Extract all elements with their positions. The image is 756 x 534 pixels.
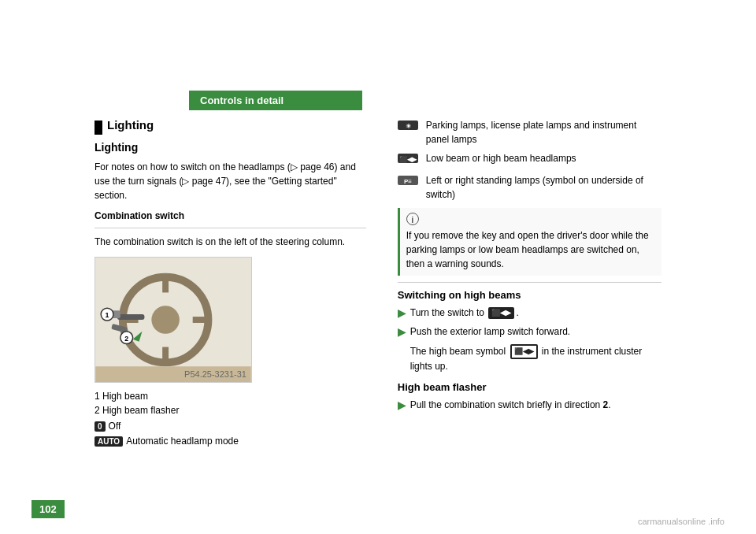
sym-icon-3: P≡ — [398, 174, 420, 191]
flasher-step: ▶ Pull the combination switch briefly in… — [398, 398, 662, 413]
caption-list: 1 High beam 2 High beam flasher — [94, 389, 366, 417]
sym-row-2: ⬛◀▶ Low beam or high beam headlamps — [398, 151, 662, 169]
left-column: Lighting Lighting For notes on how to sw… — [94, 110, 382, 534]
combination-switch-label: Combination switch — [94, 210, 366, 221]
watermark: carmanualsonline .info — [638, 517, 724, 526]
section-title-lighting: Lighting — [107, 118, 154, 132]
icon-row-auto: AUTO Automatic headlamp mode — [94, 436, 366, 447]
info-text: If you remove the key and open the drive… — [406, 230, 649, 269]
svg-rect-7 — [117, 314, 145, 320]
steering-wheel-image: 1 2 P54.25-3231-31 — [94, 257, 252, 383]
arrow-icon-2: ▶ — [398, 324, 406, 340]
step2-text: Push the exterior lamp switch forward. — [410, 324, 570, 339]
arrow-icon-3: ▶ — [398, 398, 406, 413]
svg-text:2: 2 — [124, 335, 128, 343]
high-beams-title: Switching on high beams — [398, 289, 662, 301]
sym-icon-1: ☀ — [398, 119, 420, 135]
page-container: Controls in detail Lighting Lighting For… — [0, 0, 756, 534]
step1-text: Turn the switch to ⬛◀▶. — [410, 306, 519, 320]
divider-right — [398, 282, 662, 283]
sym-text-2: Low beam or high beam headlamps — [426, 151, 576, 165]
svg-text:P≡: P≡ — [404, 178, 412, 185]
icon-badge-0: 0 — [94, 421, 106, 432]
flasher-step-text: Pull the combination switch briefly in d… — [410, 398, 611, 412]
flasher-title: High beam flasher — [398, 381, 662, 393]
intro-text: For notes on how to switch on the headla… — [94, 160, 366, 202]
lighting-header-row: Lighting — [94, 118, 366, 136]
svg-text:1: 1 — [106, 311, 109, 319]
flasher-direction: 2 — [603, 399, 609, 410]
icon-auto-text: Automatic headlamp mode — [126, 436, 239, 447]
icon-badge-auto: AUTO — [94, 436, 123, 447]
hb-symbol-inline: ⬛◀▶ — [488, 307, 514, 320]
symbol-section: ☀ Parking lamps, license plate lamps and… — [398, 118, 662, 202]
image-caption: P54.25-3231-31 — [184, 369, 246, 379]
black-marker — [94, 121, 102, 135]
header-label: Controls in detail — [200, 95, 284, 106]
info-icon: i — [406, 213, 419, 225]
svg-text:⬛◀▶: ⬛◀▶ — [399, 155, 417, 163]
sym-row-3: P≡ Left or right standing lamps (symbol … — [398, 173, 662, 202]
main-content: Lighting Lighting For notes on how to sw… — [0, 110, 756, 534]
caption-2: 2 High beam flasher — [94, 403, 366, 417]
high-beams-step2: ▶ Push the exterior lamp switch forward. — [398, 324, 662, 340]
sym-icon-2: ⬛◀▶ — [398, 152, 420, 169]
page-number: 102 — [32, 500, 65, 518]
step3-text: The high beam symbol ⬛◀▶ in the instrume… — [410, 344, 662, 374]
section-sub-lighting: Lighting — [94, 141, 366, 154]
arrow-icon-1: ▶ — [398, 306, 406, 321]
sym-text-1: Parking lamps, license plate lamps and i… — [426, 118, 662, 146]
combination-switch-desc: The combination switch is on the left of… — [94, 235, 366, 249]
icon-row-0: 0 Off — [94, 421, 366, 432]
info-box: i If you remove the key and open the dri… — [398, 208, 662, 276]
high-beams-step1: ▶ Turn the switch to ⬛◀▶. — [398, 306, 662, 321]
caption-1: 1 High beam — [94, 389, 366, 403]
sym-text-3: Left or right standing lamps (symbol on … — [426, 173, 662, 202]
hb-symbol-inline-2: ⬛◀▶ — [510, 344, 538, 360]
svg-point-6 — [151, 306, 180, 334]
divider — [94, 228, 366, 228]
sym-row-1: ☀ Parking lamps, license plate lamps and… — [398, 118, 662, 146]
header-bar: Controls in detail — [189, 91, 362, 110]
svg-text:☀: ☀ — [405, 123, 410, 130]
icon-0-text: Off — [109, 421, 121, 432]
right-column: ☀ Parking lamps, license plate lamps and… — [382, 110, 662, 534]
